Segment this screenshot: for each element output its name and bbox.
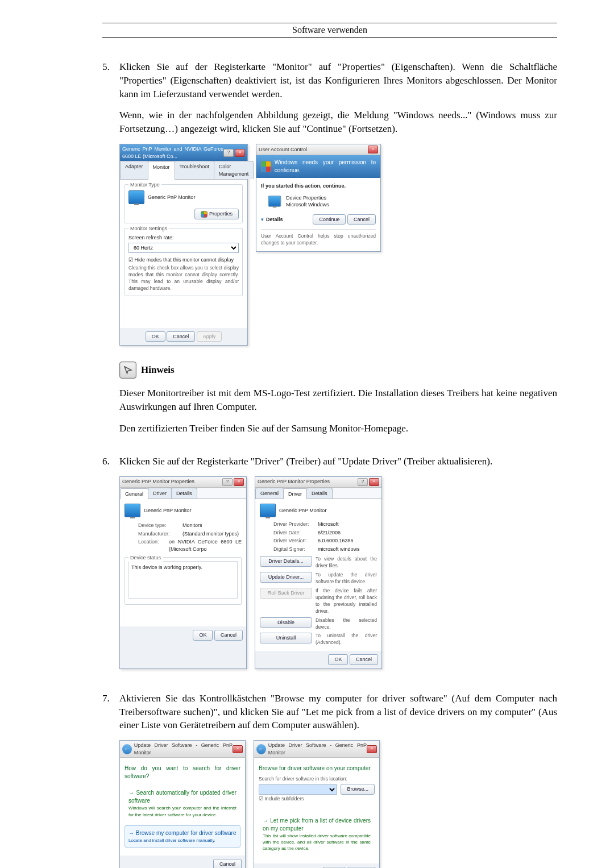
device-icon (268, 196, 281, 207)
uac-publisher: Microsoft Windows (286, 201, 329, 209)
uac-footer: User Account Control helps stop unauthor… (261, 229, 376, 247)
dlg-uac: User Account Control × Windows needs you… (256, 144, 381, 252)
tab-details[interactable]: Details (171, 488, 197, 499)
apply-button: Apply (197, 331, 222, 342)
monitor-settings-label: Monitor Settings (128, 225, 169, 232)
dlg-prop-driver: Generic PnP Monitor Properties ? × Gener… (255, 476, 382, 669)
monitor-type-value: Generic PnP Monitor (148, 194, 195, 201)
wiz1-opt-auto[interactable]: → Search automatically for updated drive… (125, 785, 240, 821)
help-icon[interactable]: ? (358, 478, 368, 486)
ok-button[interactable]: OK (193, 630, 213, 641)
hide-modes-desc: Clearing this check box allows you to se… (128, 265, 239, 292)
update-driver-desc: To update the driver software for this d… (316, 572, 377, 585)
manu-k: Manufacturer: (138, 530, 182, 538)
tab-monitor[interactable]: Monitor (148, 161, 175, 180)
help-icon[interactable]: ? (222, 478, 233, 486)
dlg-wiz2-titlebar: ← Update Driver Software - Generic PnP M… (254, 741, 379, 758)
driver-details-desc: To view details about the driver files. (316, 556, 377, 570)
dlg-wiz1: ← Update Driver Software - Generic PnP M… (119, 740, 246, 868)
monitor-icon (128, 190, 144, 204)
cancel-button[interactable]: Cancel (214, 630, 243, 641)
status-text: This device is working properly. (128, 561, 238, 599)
hide-modes-checkbox[interactable]: Hide modes that this monitor cannot disp… (128, 256, 239, 264)
continue-button[interactable]: Continue (313, 214, 346, 225)
tab-troubleshoot[interactable]: Troubleshoot (175, 161, 214, 179)
browse-button[interactable]: Browse... (341, 784, 375, 795)
wiz1-opt-browse-desc: Locate and install driver software manua… (128, 837, 237, 844)
disable-button[interactable]: Disable (260, 617, 312, 628)
step-5-para-2: Wenn, wie in der nachfolgenden Abbildung… (119, 109, 557, 136)
wiz2-pick-desc: This list will show installed driver sof… (263, 833, 371, 852)
cancel-button[interactable]: Cancel (213, 859, 242, 868)
shield-icon (261, 161, 271, 172)
uac-headline: Windows needs your permission to contion… (275, 159, 376, 175)
tab-driver[interactable]: Driver (148, 488, 172, 499)
back-icon[interactable]: ← (122, 744, 132, 754)
disable-desc: Disables the selected device. (316, 617, 377, 631)
monitor-icon (260, 504, 276, 517)
step-5-para-1: Klicken Sie auf der Registerkarte "Monit… (119, 60, 557, 101)
step-7-figures: ← Update Driver Software - Generic PnP M… (119, 740, 557, 868)
monitor-type-label: Monitor Type (128, 181, 161, 189)
step-6-number: 6. (102, 455, 119, 680)
help-icon[interactable]: ? (223, 149, 234, 157)
close-icon[interactable]: × (235, 149, 245, 157)
prov-k: Driver Provider: (273, 521, 318, 528)
tab-adapter[interactable]: Adapter (120, 161, 148, 179)
manu-v: (Standard monitor types) (182, 530, 239, 538)
step-7-para-1: Aktivieren Sie das Kontrollkästchen "Bro… (119, 692, 557, 732)
wiz1-opt-browse[interactable]: → Browse my computer for driver software… (125, 825, 240, 848)
prov-v: Microsoft (318, 521, 339, 528)
refresh-select[interactable]: 60 Hertz (128, 243, 239, 253)
rollback-button: Roll Back Driver (260, 588, 312, 599)
ok-button[interactable]: OK (328, 654, 348, 665)
cancel-button[interactable]: Cancel (347, 214, 376, 225)
dlg-wiz1-titlebar: ← Update Driver Software - Generic PnP M… (120, 741, 245, 758)
close-icon[interactable]: × (369, 478, 379, 486)
close-icon[interactable]: × (234, 478, 244, 486)
wiz2-pick-list[interactable]: → Let me pick from a list of device driv… (259, 813, 375, 856)
loc-v: on NVIDIA GeForce 6600 LE (Microsoft Cor… (169, 538, 242, 553)
dlg-prop-general-titlebar: Generic PnP Monitor Properties ? × (120, 477, 246, 488)
tab-details[interactable]: Details (306, 488, 333, 499)
tab-general[interactable]: General (255, 488, 284, 499)
status-label: Device status (128, 554, 163, 562)
note-icon (119, 362, 136, 379)
wiz2-search-label: Search for driver software in this locat… (259, 776, 375, 783)
close-icon[interactable]: × (367, 745, 377, 753)
dlg-wiz2: ← Update Driver Software - Generic PnP M… (254, 740, 380, 868)
shield-icon (201, 211, 208, 218)
step-5-number: 5. (102, 60, 119, 443)
ok-button[interactable]: OK (146, 331, 165, 342)
dlg-monitor-titlebar: Generic PnP Monitor and NVIDIA GeForce 6… (120, 144, 247, 161)
cancel-button[interactable]: Cancel (167, 331, 195, 342)
properties-button[interactable]: Properties (194, 209, 239, 219)
page-header: Software verwenden (102, 23, 557, 38)
driver-details-button[interactable]: Driver Details... (260, 556, 312, 567)
loc-k: Location: (138, 538, 169, 553)
note-para-2: Den zertifizierten Treiber finden Sie au… (119, 422, 557, 435)
close-icon[interactable]: × (368, 146, 378, 153)
path-input[interactable] (259, 784, 337, 795)
prop-name: Generic PnP Monitor (279, 507, 326, 514)
update-driver-button[interactable]: Update Driver... (260, 572, 312, 583)
wiz1-opt-auto-desc: Windows will search your computer and th… (128, 805, 237, 817)
sign-k: Digital Signer: (273, 546, 318, 553)
uac-details-toggle[interactable]: Details (266, 216, 283, 223)
date-k: Driver Date: (273, 529, 318, 537)
include-subfolders-checkbox[interactable]: Include subfolders (259, 796, 375, 803)
uninstall-button[interactable]: Uninstall (260, 633, 312, 643)
prop-name: Generic PnP Monitor (144, 507, 191, 514)
back-icon[interactable]: ← (256, 744, 266, 754)
devtype-v: Monitors (182, 522, 202, 529)
ver-v: 6.0.6000.16386 (318, 537, 354, 545)
tab-driver[interactable]: Driver (283, 488, 307, 500)
close-icon[interactable]: × (233, 745, 243, 753)
tab-color[interactable]: Color Management (214, 161, 254, 179)
chevron-down-icon[interactable]: ▾ (261, 216, 264, 223)
dlg-prop-driver-title: Generic PnP Monitor Properties (258, 478, 330, 485)
tab-general[interactable]: General (120, 488, 148, 500)
cancel-button[interactable]: Cancel (350, 654, 378, 665)
step-6-figures: Generic PnP Monitor Properties ? × Gener… (119, 476, 557, 669)
dlg-prop-driver-titlebar: Generic PnP Monitor Properties ? × (255, 477, 381, 488)
